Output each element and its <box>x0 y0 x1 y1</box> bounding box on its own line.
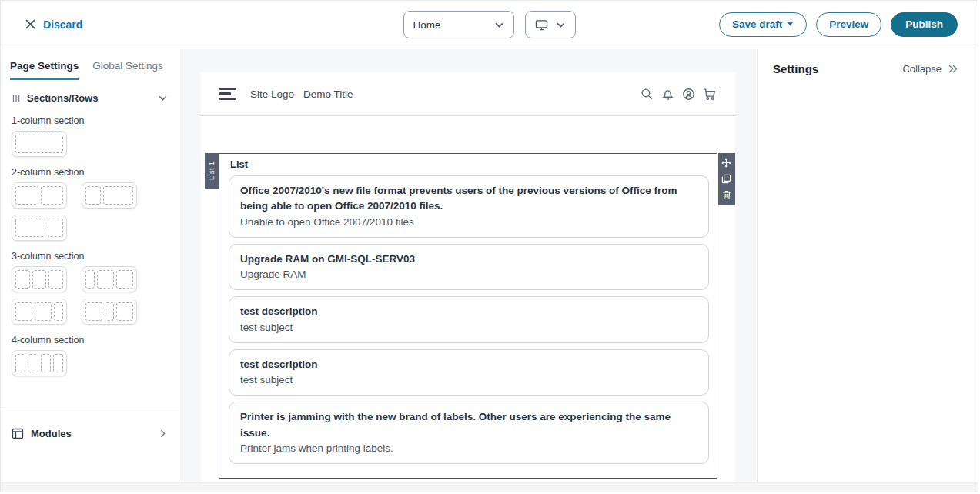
layout-cell <box>54 302 63 321</box>
save-draft-label: Save draft <box>732 18 782 30</box>
list-widget-tab[interactable]: List 1 <box>205 153 219 189</box>
monitor-icon <box>535 19 548 31</box>
chevron-down-icon <box>494 20 504 30</box>
layout-cell <box>28 354 38 372</box>
layout-cell <box>103 186 133 205</box>
tab-page-settings[interactable]: Page Settings <box>10 60 79 80</box>
tab-global-settings[interactable]: Global Settings <box>92 60 163 80</box>
layout-cell <box>15 135 63 153</box>
site-preview-header: Site Logo Demo Title <box>201 72 735 116</box>
list-item[interactable]: Upgrade RAM on GMI-SQL-SERV03Upgrade RAM <box>229 244 709 291</box>
settings-title: Settings <box>773 62 818 75</box>
page-settings-panel: Page Settings Global Settings Sections/R… <box>1 49 179 482</box>
layout-cell <box>48 219 63 237</box>
list-widget-toolbar <box>718 153 735 205</box>
layout-cell <box>105 302 114 321</box>
chevron-right-icon <box>158 429 168 439</box>
top-toolbar: Discard Home Save draft <box>1 1 978 48</box>
section-layout-options <box>1 131 162 157</box>
section-layout-1-2[interactable] <box>82 182 137 209</box>
layout-cell <box>85 302 102 321</box>
list-item[interactable]: test descriptiontest subject <box>229 349 709 396</box>
preview-label: Preview <box>829 18 868 30</box>
list-item-subtitle: Unable to open Office 2007/2010 files <box>240 215 697 230</box>
layout-cell <box>15 270 30 289</box>
publish-label: Publish <box>905 18 943 30</box>
section-group-label: 2-column section <box>1 167 179 178</box>
list-item[interactable]: Office 2007/2010's new file format preve… <box>229 175 709 238</box>
list-widget[interactable]: List 1 List Office 2007/2010's new file … <box>219 153 717 479</box>
settings-panel: Settings Collapse <box>757 49 978 482</box>
layout-cell <box>41 354 51 372</box>
section-group-label: 1-column section <box>1 115 179 126</box>
publish-button[interactable]: Publish <box>891 12 958 37</box>
list-item[interactable]: test descriptiontest subject <box>229 296 709 343</box>
save-draft-button[interactable]: Save draft <box>719 12 807 37</box>
section-layout-1-1[interactable] <box>12 182 67 209</box>
modules-section[interactable]: Modules <box>1 409 179 458</box>
layout-cell <box>97 270 114 289</box>
list-item-title: test description <box>240 304 697 319</box>
bell-icon[interactable] <box>661 88 674 101</box>
sections-rows-header[interactable]: Sections/Rows <box>1 80 179 105</box>
section-group-label: 4-column section <box>1 335 179 345</box>
section-layout-options <box>1 266 162 325</box>
list-item-title: test description <box>240 357 697 372</box>
sections-rows-label: Sections/Rows <box>27 92 98 104</box>
layout-cell <box>85 270 95 289</box>
modules-icon <box>12 428 24 439</box>
layout-cell <box>48 270 63 289</box>
preview-button[interactable]: Preview <box>816 12 881 37</box>
duplicate-icon[interactable] <box>721 174 731 184</box>
cart-icon[interactable] <box>703 88 717 101</box>
page-selector-dropdown[interactable]: Home <box>403 11 514 38</box>
device-selector-dropdown[interactable] <box>525 11 576 38</box>
layout-cell <box>15 186 38 205</box>
site-preview: Site Logo Demo Title List 1 List Office <box>201 72 735 482</box>
section-layout-2-2-1[interactable] <box>12 299 67 325</box>
move-icon[interactable] <box>721 158 731 168</box>
section-groups: 1-column section2-column section3-column… <box>1 115 179 376</box>
layout-cell <box>53 354 63 372</box>
section-layout-options <box>1 182 162 241</box>
site-header-icons <box>641 88 717 101</box>
list-widget-title: List <box>230 159 709 170</box>
editor-canvas: Site Logo Demo Title List 1 List Office <box>180 49 756 482</box>
list-item[interactable]: Printer is jamming with the new brand of… <box>229 402 709 464</box>
list-items: Office 2007/2010's new file format preve… <box>229 175 709 464</box>
settings-panel-header: Settings Collapse <box>758 49 978 88</box>
section-layout-1-1-1-1[interactable] <box>12 350 67 376</box>
layout-cell <box>116 302 133 321</box>
section-layout-2-1[interactable] <box>12 215 67 241</box>
layout-cell <box>32 270 47 289</box>
layout-cell <box>35 302 52 321</box>
layout-cell <box>15 219 45 237</box>
section-layout-options <box>1 350 162 376</box>
list-item-title: Printer is jamming with the new brand of… <box>240 409 697 441</box>
layout-cell <box>41 186 64 205</box>
layout-cell <box>15 302 32 321</box>
list-item-subtitle: Printer jams when printing labels. <box>240 441 697 456</box>
collapse-panel-button[interactable]: Collapse <box>898 62 962 75</box>
account-icon[interactable] <box>682 88 695 101</box>
hamburger-menu-icon[interactable] <box>219 88 236 101</box>
section-layout-1-2-2[interactable] <box>82 266 137 292</box>
section-layout-2-1-2[interactable] <box>82 299 137 325</box>
trash-icon[interactable] <box>722 190 731 200</box>
drag-handle-icon <box>12 94 21 103</box>
page-selector-value: Home <box>413 19 441 31</box>
section-layout-1-1-1[interactable] <box>12 266 67 292</box>
section-group-label: 3-column section <box>1 251 179 262</box>
discard-label: Discard <box>43 18 82 31</box>
list-item-subtitle: test subject <box>240 320 697 335</box>
settings-tabs: Page Settings Global Settings <box>1 49 179 80</box>
theme-builder-window: Discard Home Save draft <box>0 0 978 492</box>
section-layout-1[interactable] <box>12 131 67 157</box>
collapse-label: Collapse <box>902 63 942 75</box>
bottom-strip <box>1 482 978 492</box>
discard-button[interactable]: Discard <box>21 18 87 32</box>
caret-down-icon <box>787 22 794 27</box>
list-item-subtitle: Upgrade RAM <box>240 267 697 282</box>
publish-controls: Save draft Preview Publish <box>719 12 958 37</box>
search-icon[interactable] <box>641 88 654 101</box>
